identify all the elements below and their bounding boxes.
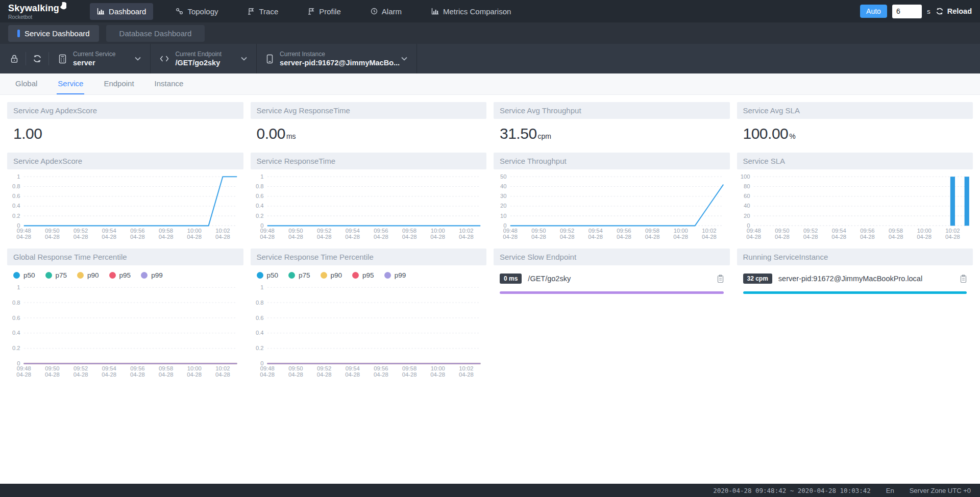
legend-item-p75[interactable]: p75: [45, 271, 67, 279]
card-title: Running ServiceInstance: [737, 248, 973, 265]
service-dashboard-button[interactable]: Service Dashboard: [8, 25, 99, 42]
tab-service[interactable]: Service: [57, 73, 84, 94]
svg-text:09:48: 09:48: [260, 228, 274, 234]
active-marker: [17, 30, 20, 37]
svg-text:04-28: 04-28: [503, 234, 518, 240]
app-logo[interactable]: Skywalking Rocketbot: [8, 3, 66, 20]
sync-button[interactable]: [26, 44, 48, 73]
svg-text:09:48: 09:48: [260, 365, 274, 371]
svg-text:0.8: 0.8: [255, 300, 263, 306]
legend-item-p50[interactable]: p50: [257, 271, 279, 279]
global-percentile-chart: 00.20.40.60.8109:4804-2809:5004-2809:520…: [7, 283, 243, 379]
svg-text:04-28: 04-28: [917, 234, 932, 240]
instance-selector[interactable]: Current Instance server-pid:91672@JimmyM…: [257, 44, 417, 73]
svg-text:60: 60: [744, 193, 750, 199]
svg-text:09:56: 09:56: [860, 228, 874, 234]
svg-text:1: 1: [17, 284, 20, 290]
language-toggle[interactable]: En: [886, 487, 894, 494]
footer-bar: 2020-04-28 09:48:42 ~ 2020-04-28 10:03:4…: [0, 484, 980, 497]
legend-item-p99[interactable]: p99: [384, 271, 406, 279]
svg-text:04-28: 04-28: [130, 371, 145, 378]
svg-text:09:54: 09:54: [102, 228, 116, 234]
svg-text:10:02: 10:02: [215, 228, 230, 234]
tab-global[interactable]: Global: [14, 73, 38, 94]
tab-endpoint[interactable]: Endpoint: [103, 73, 135, 94]
code-icon: [160, 55, 169, 62]
copy-button[interactable]: [717, 275, 724, 283]
svg-text:09:54: 09:54: [589, 228, 603, 234]
server-zone-label: Server Zone UTC +0: [910, 487, 971, 494]
reload-button[interactable]: Reload: [936, 7, 972, 15]
sla-chart-card: Service SLA 02040608010009:4804-2809:500…: [737, 153, 973, 241]
svg-text:04-28: 04-28: [130, 234, 145, 240]
svg-text:10:02: 10:02: [215, 365, 230, 371]
svg-text:0.4: 0.4: [12, 203, 20, 209]
nav-item-dashboard[interactable]: Dashboard: [90, 3, 153, 20]
metric-unit: cpm: [538, 132, 551, 140]
svg-text:0.2: 0.2: [255, 213, 263, 219]
svg-text:04-28: 04-28: [45, 234, 60, 240]
legend-item-p75[interactable]: p75: [288, 271, 310, 279]
svg-text:0.4: 0.4: [255, 330, 263, 336]
slow-endpoint-bar: [500, 291, 724, 294]
nav-item-alarm[interactable]: Alarm: [363, 3, 409, 20]
svg-text:0.8: 0.8: [255, 183, 263, 189]
nav-item-trace[interactable]: Trace: [240, 3, 285, 20]
legend-item-p90[interactable]: p90: [321, 271, 342, 279]
nav-item-topology[interactable]: Topology: [168, 3, 225, 20]
interval-input[interactable]: [892, 5, 922, 18]
svg-text:04-28: 04-28: [831, 234, 846, 240]
svg-text:04-28: 04-28: [645, 234, 660, 240]
legend-item-p99[interactable]: p99: [141, 271, 163, 279]
metric-value: 31.50: [500, 125, 537, 142]
legend-dot: [141, 272, 148, 279]
interval-unit-label: s: [927, 8, 930, 15]
time-range-picker[interactable]: 2020-04-28 09:48:42 ~ 2020-04-28 10:03:4…: [713, 487, 871, 494]
svg-text:09:58: 09:58: [645, 228, 659, 234]
svg-text:04-28: 04-28: [374, 371, 388, 378]
svg-text:04-28: 04-28: [860, 234, 875, 240]
card-title: Service Avg SLA: [737, 102, 973, 119]
reload-icon: [936, 7, 944, 15]
selector-toolbar: Current Service server Current Endpoint …: [0, 44, 980, 73]
service-selector[interactable]: Current Service server: [49, 44, 151, 73]
tab-instance[interactable]: Instance: [154, 73, 185, 94]
lock-button[interactable]: [3, 44, 26, 73]
svg-text:09:58: 09:58: [888, 228, 902, 234]
apdex-chart-card: Service ApdexScore 00.20.40.60.8109:4804…: [7, 153, 243, 241]
instance-row[interactable]: 32 cpm server-pid:91672@JimmyMacBookPro.…: [743, 274, 967, 284]
legend-item-p50[interactable]: p50: [13, 271, 35, 279]
throughput-chart-card: Service Throughput 0102030405009:4804-28…: [494, 153, 730, 241]
legend-item-p95[interactable]: p95: [352, 271, 374, 279]
auto-toggle-button[interactable]: Auto: [860, 5, 887, 18]
nav-item-metrics-comparison[interactable]: Metrics Comparison: [424, 3, 518, 20]
svg-text:09:48: 09:48: [17, 228, 31, 234]
svg-text:04-28: 04-28: [945, 234, 960, 240]
legend-item-p90[interactable]: p90: [77, 271, 99, 279]
svg-text:04-28: 04-28: [74, 371, 88, 378]
svg-text:10:02: 10:02: [945, 228, 960, 234]
database-dashboard-button[interactable]: Database Dashboard: [106, 25, 205, 42]
svg-text:04-28: 04-28: [288, 371, 303, 378]
svg-text:04-28: 04-28: [215, 234, 230, 240]
copy-button[interactable]: [960, 275, 967, 283]
endpoint-selector[interactable]: Current Endpoint /GET/go2sky: [151, 44, 257, 73]
chevron-down-icon: [241, 57, 247, 61]
running-instance-card: Running ServiceInstance 32 cpm server-pi…: [737, 248, 973, 297]
chart-title: Service Response Time Percentile: [251, 248, 487, 265]
chevron-down-icon: [401, 57, 407, 61]
selector-label: Current Instance: [280, 51, 382, 58]
svg-text:09:48: 09:48: [503, 228, 518, 234]
svg-text:04-28: 04-28: [803, 234, 818, 240]
nav-item-profile[interactable]: Profile: [301, 3, 348, 20]
top-nav-bar: Skywalking Rocketbot Dashboard Topology …: [0, 0, 980, 22]
legend-item-p95[interactable]: p95: [109, 271, 131, 279]
avg-sla-card: Service Avg SLA 100.00%: [737, 102, 973, 145]
svg-text:04-28: 04-28: [159, 371, 174, 378]
endpoint-row[interactable]: 0 ms /GET/go2sky: [500, 274, 724, 284]
clock-icon: [371, 8, 378, 15]
svg-text:04-28: 04-28: [617, 234, 631, 240]
legend-dot: [288, 272, 295, 279]
svg-text:09:56: 09:56: [374, 365, 388, 371]
svg-text:0.4: 0.4: [12, 330, 20, 336]
